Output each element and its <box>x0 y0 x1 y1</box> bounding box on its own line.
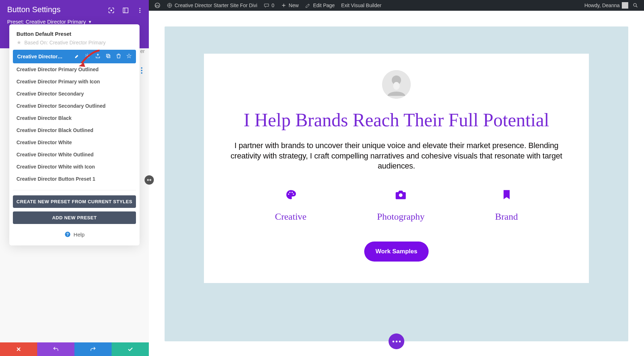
redo-button[interactable] <box>74 342 112 356</box>
wp-logo[interactable] <box>155 3 160 8</box>
feature-brand: Brand <box>495 189 518 222</box>
feature-label: Photography <box>377 211 425 222</box>
camera-icon <box>395 189 407 201</box>
work-samples-button[interactable]: Work Samples <box>364 242 429 262</box>
wp-admin-bar: Creative Director Starter Site For Divi … <box>149 0 644 11</box>
svg-point-17 <box>289 192 290 193</box>
gear-icon[interactable] <box>85 53 90 60</box>
svg-point-3 <box>111 10 112 11</box>
preset-item[interactable]: Creative Director Primary with Icon <box>9 75 140 88</box>
obscured-tab-text: er <box>140 48 145 54</box>
svg-point-6 <box>140 10 141 11</box>
help-icon: ? <box>64 231 71 238</box>
default-preset-item[interactable]: Button Default Preset <box>9 24 140 38</box>
preset-item[interactable]: Creative Director White Outlined <box>9 148 140 161</box>
chevron-down-icon: ▼ <box>88 20 92 24</box>
bottom-actions <box>0 342 149 356</box>
hero-title: I Help Brands Reach Their Full Potential <box>225 109 567 131</box>
export-icon[interactable] <box>95 53 101 60</box>
more-icon[interactable] <box>137 7 143 15</box>
based-on-label: Based On: Creative Director Primary <box>9 38 140 50</box>
focus-icon[interactable] <box>108 7 114 15</box>
feature-photography: Photography <box>377 189 425 222</box>
add-preset-button[interactable]: ADD NEW PRESET <box>13 211 136 224</box>
preset-item[interactable]: Creative Director Black Outlined <box>9 124 140 136</box>
svg-point-5 <box>140 8 141 9</box>
save-button[interactable] <box>112 342 149 356</box>
svg-point-16 <box>288 194 289 195</box>
howdy-link[interactable]: Howdy, Deanna <box>584 2 628 9</box>
svg-point-2 <box>634 4 636 6</box>
edit-icon[interactable] <box>74 53 80 60</box>
svg-point-18 <box>291 192 292 193</box>
preset-item[interactable]: Creative Director White <box>9 136 140 148</box>
feature-label: Brand <box>495 211 518 222</box>
section-more-icon[interactable] <box>141 67 142 74</box>
help-link[interactable]: ? Help <box>9 228 140 240</box>
svg-rect-10 <box>107 55 110 58</box>
preset-item[interactable]: Creative Director Black <box>9 112 140 124</box>
duplicate-icon[interactable] <box>106 53 111 60</box>
trash-icon[interactable] <box>116 53 121 60</box>
palette-icon <box>285 189 297 201</box>
site-title-link[interactable]: Creative Director Starter Site For Divi <box>167 3 257 8</box>
resize-handle[interactable] <box>145 175 154 185</box>
bookmark-icon <box>501 189 513 201</box>
preset-item[interactable]: Creative Director Secondary <box>9 88 140 100</box>
avatar-image <box>382 70 411 99</box>
preset-item[interactable]: Creative Director Secondary Outlined <box>9 100 140 112</box>
undo-button[interactable] <box>37 342 74 356</box>
search-icon[interactable] <box>633 3 638 8</box>
page-canvas: I Help Brands Reach Their Full Potential… <box>149 11 644 356</box>
preset-dropdown: Button Default Preset Based On: Creative… <box>9 24 140 245</box>
preset-item[interactable]: Creative Director White with Icon <box>9 161 140 173</box>
preset-item[interactable]: Creative Director Primary Outlined <box>9 63 140 75</box>
svg-point-20 <box>399 193 402 197</box>
content-card: I Help Brands Reach Their Full Potential… <box>204 54 589 283</box>
page-section[interactable]: I Help Brands Reach Their Full Potential… <box>165 26 628 341</box>
svg-rect-4 <box>123 8 128 13</box>
new-link[interactable]: New <box>281 3 299 8</box>
feature-row: Creative Photography Brand <box>225 189 567 222</box>
comments-link[interactable]: 0 <box>264 3 274 8</box>
preset-item[interactable]: Creative Director Button Preset 1 <box>9 173 140 185</box>
exit-vb-link[interactable]: Exit Visual Builder <box>341 3 382 8</box>
svg-point-7 <box>140 12 141 13</box>
hero-text: I partner with brands to uncover their u… <box>225 141 567 171</box>
avatar-icon <box>622 2 628 9</box>
preset-selector[interactable]: Preset: Creative Director Primary▼ <box>7 19 142 25</box>
svg-rect-9 <box>107 54 109 57</box>
feature-creative: Creative <box>275 189 307 222</box>
svg-point-15 <box>393 82 400 90</box>
default-star-icon[interactable] <box>126 53 132 60</box>
feature-label: Creative <box>275 211 307 222</box>
cancel-button[interactable] <box>0 342 37 356</box>
create-preset-button[interactable]: CREATE NEW PRESET FROM CURRENT STYLES <box>13 195 136 208</box>
svg-point-8 <box>87 55 88 57</box>
panel-layout-icon[interactable] <box>122 7 129 15</box>
section-fab[interactable] <box>389 333 404 349</box>
star-icon <box>16 40 21 45</box>
preset-item-active[interactable]: Creative Director P... <box>13 50 136 63</box>
edit-page-link[interactable]: Edit Page <box>305 3 335 8</box>
svg-point-19 <box>293 194 294 195</box>
svg-text:?: ? <box>66 232 68 236</box>
